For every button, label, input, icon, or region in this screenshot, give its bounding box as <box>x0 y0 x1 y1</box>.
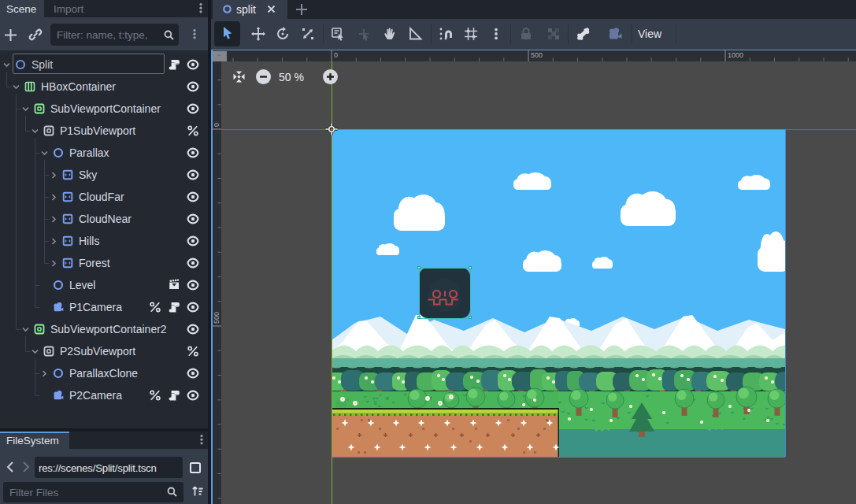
svg-text:1000: 1000 <box>728 51 743 59</box>
svg-text:0: 0 <box>213 123 220 127</box>
svg-text:500: 500 <box>213 312 220 324</box>
svg-text:500: 500 <box>531 51 543 59</box>
svg-text:0: 0 <box>334 51 338 59</box>
